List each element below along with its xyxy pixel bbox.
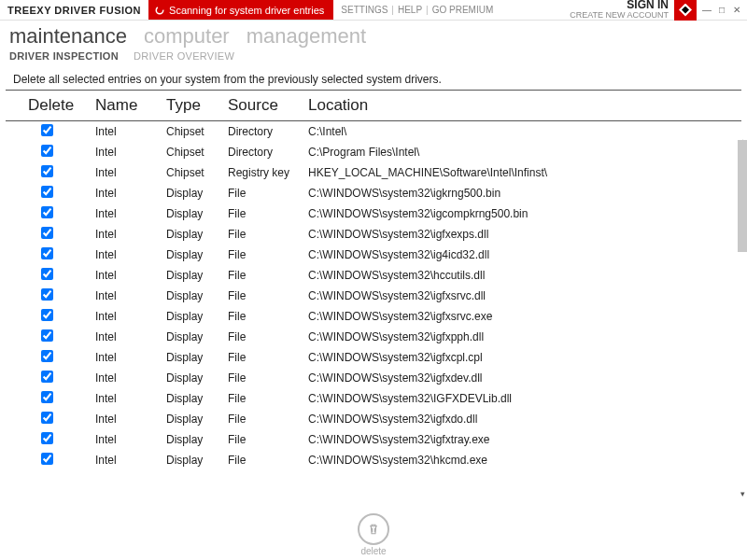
- table-row[interactable]: IntelDisplayFileC:\WINDOWS\system32\igfx…: [6, 347, 741, 368]
- row-checkbox[interactable]: [41, 268, 53, 280]
- cell-source: File: [228, 371, 308, 385]
- cell-type: Display: [166, 289, 228, 302]
- cell-type: Display: [166, 433, 228, 446]
- cell-type: Display: [166, 413, 228, 426]
- table-row[interactable]: IntelDisplayFileC:\WINDOWS\system32\igco…: [6, 203, 741, 224]
- table-row[interactable]: IntelDisplayFileC:\WINDOWS\system32\hkcm…: [6, 450, 741, 470]
- trash-icon: [366, 522, 381, 537]
- scroll-down-arrow[interactable]: ▾: [740, 489, 745, 498]
- tab-computer[interactable]: computer: [144, 24, 230, 49]
- cell-location: C:\Program Files\Intel\: [308, 146, 741, 159]
- table-row[interactable]: IntelChipsetDirectoryC:\Program Files\In…: [6, 142, 741, 162]
- col-name[interactable]: Name: [95, 96, 166, 115]
- account-area: SIGN IN CREATE NEW ACCOUNT: [570, 0, 674, 21]
- maximize-button[interactable]: □: [715, 5, 728, 15]
- row-checkbox[interactable]: [41, 391, 53, 403]
- table-row[interactable]: IntelDisplayFileC:\WINDOWS\system32\igfx…: [6, 409, 741, 429]
- main-tabs: maintenance computer management: [0, 21, 747, 49]
- table-row[interactable]: IntelDisplayFileC:\WINDOWS\system32\igfx…: [6, 327, 741, 347]
- row-checkbox[interactable]: [41, 371, 53, 383]
- cell-name: Intel: [95, 228, 166, 241]
- table-row[interactable]: IntelDisplayFileC:\WINDOWS\system32\igfx…: [6, 429, 741, 450]
- subtab-driver-overview[interactable]: DRIVER OVERVIEW: [134, 50, 234, 62]
- cell-name: Intel: [95, 371, 166, 385]
- cell-name: Intel: [95, 269, 166, 282]
- cell-name: Intel: [95, 166, 166, 179]
- cell-name: Intel: [95, 310, 166, 323]
- cell-source: File: [228, 187, 308, 200]
- titlebar: TREEXY DRIVER FUSION Scanning for system…: [0, 0, 747, 21]
- table-row[interactable]: IntelChipsetDirectoryC:\Intel\: [6, 121, 741, 142]
- table-row[interactable]: IntelDisplayFileC:\WINDOWS\system32\igfx…: [6, 306, 741, 327]
- row-checkbox[interactable]: [41, 145, 53, 157]
- cell-name: Intel: [95, 351, 166, 364]
- cell-location: C:\WINDOWS\system32\igfxsrvc.exe: [308, 310, 741, 323]
- cell-location: C:\WINDOWS\system32\hkcmd.exe: [308, 454, 741, 467]
- cell-location: C:\WINDOWS\system32\igfxdev.dll: [308, 371, 741, 385]
- delete-button[interactable]: [358, 513, 389, 545]
- row-checkbox[interactable]: [41, 329, 53, 342]
- table-row[interactable]: IntelChipsetRegistry keyHKEY_LOCAL_MACHI…: [6, 162, 741, 183]
- cell-type: Display: [166, 269, 228, 282]
- cell-location: HKEY_LOCAL_MACHINE\Software\Intel\Infins…: [308, 166, 741, 179]
- cell-source: File: [228, 351, 308, 364]
- row-checkbox[interactable]: [41, 206, 53, 218]
- minimize-button[interactable]: —: [700, 5, 713, 15]
- cell-location: C:\WINDOWS\system32\IGFXDEVLib.dll: [308, 392, 741, 405]
- scrollbar-thumb[interactable]: [738, 140, 747, 252]
- help-link[interactable]: HELP: [398, 5, 422, 15]
- cell-source: File: [228, 228, 308, 241]
- col-source[interactable]: Source: [228, 96, 308, 115]
- cell-source: File: [228, 454, 308, 467]
- col-type[interactable]: Type: [166, 96, 228, 115]
- table-row[interactable]: IntelDisplayFileC:\WINDOWS\system32\hccu…: [6, 265, 741, 286]
- table-row[interactable]: IntelDisplayFileC:\WINDOWS\system32\IGFX…: [6, 388, 741, 409]
- row-checkbox[interactable]: [41, 227, 53, 239]
- col-delete[interactable]: Delete: [28, 96, 95, 115]
- cell-location: C:\WINDOWS\system32\igfxdo.dll: [308, 413, 741, 426]
- cell-name: Intel: [95, 125, 166, 138]
- tab-maintenance[interactable]: maintenance: [9, 24, 127, 49]
- table-row[interactable]: IntelDisplayFileC:\WINDOWS\system32\igfx…: [6, 286, 741, 306]
- row-checkbox[interactable]: [41, 124, 53, 136]
- create-account-link[interactable]: CREATE NEW ACCOUNT: [570, 11, 669, 21]
- cell-type: Display: [166, 371, 228, 385]
- row-checkbox[interactable]: [41, 247, 53, 259]
- premium-link[interactable]: GO PREMIUM: [432, 5, 494, 15]
- settings-link[interactable]: SETTINGS: [341, 5, 388, 15]
- table-header: Delete Name Type Source Location: [6, 91, 741, 121]
- cell-name: Intel: [95, 330, 166, 343]
- col-location[interactable]: Location: [308, 96, 741, 115]
- table-row[interactable]: IntelDisplayFileC:\WINDOWS\system32\igfx…: [6, 224, 741, 245]
- row-checkbox[interactable]: [41, 453, 53, 465]
- table-row[interactable]: IntelDisplayFileC:\WINDOWS\system32\igkr…: [6, 183, 741, 203]
- window-controls: — □ ✕: [700, 5, 747, 15]
- cell-source: Directory: [228, 146, 308, 159]
- tab-management[interactable]: management: [247, 24, 366, 49]
- cell-location: C:\WINDOWS\system32\igfxtray.exe: [308, 433, 741, 446]
- row-checkbox[interactable]: [41, 350, 53, 362]
- cell-type: Chipset: [166, 166, 228, 179]
- row-checkbox[interactable]: [41, 412, 53, 424]
- cell-source: File: [228, 269, 308, 282]
- cell-name: Intel: [95, 392, 166, 405]
- row-checkbox[interactable]: [41, 309, 53, 321]
- cell-location: C:\Intel\: [308, 125, 741, 138]
- cell-type: Display: [166, 187, 228, 200]
- cell-source: File: [228, 310, 308, 323]
- cell-location: C:\WINDOWS\system32\igfxcpl.cpl: [308, 351, 741, 364]
- row-checkbox[interactable]: [41, 432, 53, 444]
- app-logo: [674, 0, 697, 21]
- table-row[interactable]: IntelDisplayFileC:\WINDOWS\system32\igfx…: [6, 368, 741, 388]
- cell-type: Display: [166, 351, 228, 364]
- close-button[interactable]: ✕: [730, 5, 743, 15]
- row-checkbox[interactable]: [41, 165, 53, 177]
- separator: |: [391, 5, 394, 15]
- subtab-driver-inspection[interactable]: DRIVER INSPECTION: [9, 50, 119, 62]
- cell-location: C:\WINDOWS\system32\igfxpph.dll: [308, 330, 741, 343]
- cell-name: Intel: [95, 289, 166, 302]
- row-checkbox[interactable]: [41, 288, 53, 301]
- cell-source: File: [228, 433, 308, 446]
- row-checkbox[interactable]: [41, 186, 53, 198]
- table-row[interactable]: IntelDisplayFileC:\WINDOWS\system32\ig4i…: [6, 245, 741, 265]
